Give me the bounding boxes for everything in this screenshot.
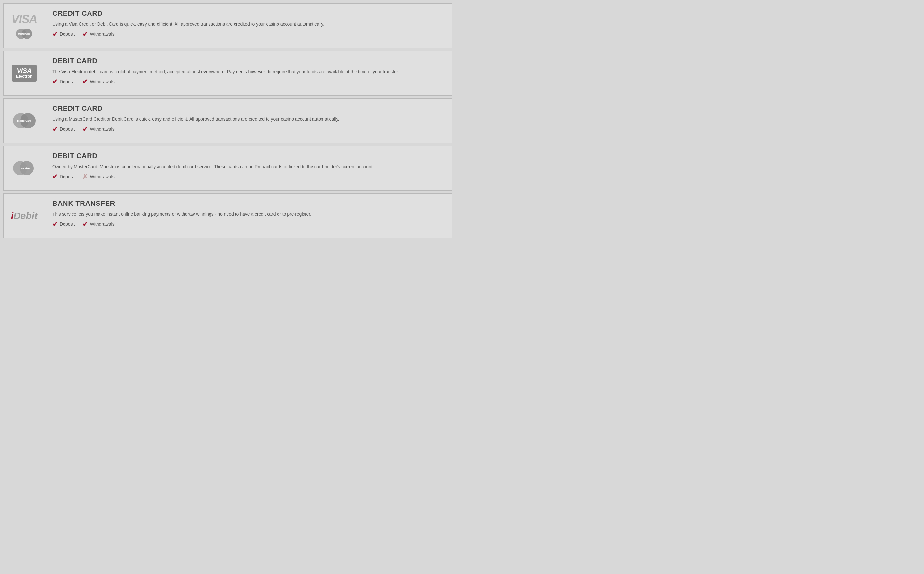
features: ✔ Deposit ✔ Withdrawals [52, 78, 445, 85]
card-description: The Visa Electron debit card is a global… [52, 68, 445, 75]
deposit-label: Deposit [60, 174, 75, 179]
mc-solo-label: MasterCard [13, 120, 36, 122]
withdrawal-label: Withdrawals [90, 32, 114, 36]
deposit-feature: ✔ Deposit [52, 221, 75, 227]
mastercard-circles: MasterCard [16, 28, 33, 39]
payment-item: maestro DEBIT CARD Owned by MasterCard, … [3, 146, 453, 191]
content-section: DEBIT CARD The Visa Electron debit card … [45, 51, 452, 95]
logo-section: VISA MasterCard [3, 3, 45, 48]
withdrawal-label: Withdrawals [90, 221, 114, 227]
visa-text: VISA [11, 13, 37, 26]
card-title: CREDIT CARD [52, 9, 445, 18]
withdrawal-check-icon: ✔ [82, 221, 88, 227]
withdrawal-feature: ✔ Withdrawals [82, 31, 114, 37]
card-title: BANK TRANSFER [52, 199, 445, 208]
visa-electron-logo: VISA Electron [12, 65, 36, 82]
withdrawal-check-icon: ✔ [82, 78, 88, 85]
deposit-label: Deposit [60, 221, 75, 227]
logo-section: MasterCard [3, 99, 45, 143]
deposit-label: Deposit [60, 126, 75, 132]
withdrawal-feature: ✗ Withdrawals [82, 173, 114, 180]
deposit-feature: ✔ Deposit [52, 126, 75, 132]
logo-section: maestro [3, 146, 45, 190]
logo-section: VISA Electron [3, 51, 45, 95]
card-description: Using a MasterCard Credit or Debit Card … [52, 116, 445, 123]
content-section: DEBIT CARD Owned by MasterCard, Maestro … [45, 146, 452, 190]
withdrawal-feature: ✔ Withdrawals [82, 126, 114, 132]
visa-electron-bottom: Electron [16, 74, 32, 79]
payment-item: iDebit BANK TRANSFER This service lets y… [3, 193, 453, 238]
deposit-feature: ✔ Deposit [52, 78, 75, 85]
deposit-feature: ✔ Deposit [52, 173, 75, 180]
content-section: BANK TRANSFER This service lets you make… [45, 194, 452, 238]
payment-item: MasterCard CREDIT CARD Using a MasterCar… [3, 98, 453, 143]
withdrawal-label: Withdrawals [90, 174, 114, 179]
deposit-label: Deposit [60, 32, 75, 36]
content-section: CREDIT CARD Using a Visa Credit or Debit… [45, 3, 452, 48]
deposit-check-icon: ✔ [52, 31, 58, 37]
payment-methods-list: VISA MasterCard CREDIT CARD Using a Visa… [3, 3, 453, 238]
withdrawal-label: Withdrawals [90, 126, 114, 132]
withdrawal-check-icon: ✔ [82, 31, 88, 37]
card-description: This service lets you make instant onlin… [52, 211, 445, 218]
payment-item: VISA Electron DEBIT CARD The Visa Electr… [3, 51, 453, 96]
logo-section: iDebit [3, 194, 45, 238]
withdrawal-feature: ✔ Withdrawals [82, 221, 114, 227]
deposit-check-icon: ✔ [52, 221, 58, 227]
card-title: DEBIT CARD [52, 152, 445, 160]
card-title: CREDIT CARD [52, 104, 445, 113]
deposit-check-icon: ✔ [52, 78, 58, 85]
card-description: Using a Visa Credit or Debit Card is qui… [52, 21, 445, 28]
deposit-check-icon: ✔ [52, 173, 58, 180]
mc-label: MasterCard [16, 33, 33, 35]
features: ✔ Deposit ✔ Withdrawals [52, 126, 445, 132]
maestro-label: maestro [13, 167, 36, 170]
features: ✔ Deposit ✗ Withdrawals [52, 173, 445, 180]
withdrawal-label: Withdrawals [90, 79, 114, 84]
payment-item: VISA MasterCard CREDIT CARD Using a Visa… [3, 3, 453, 48]
visa-electron-top: VISA [16, 68, 32, 74]
idebit-i: i [11, 210, 14, 221]
idebit-logo: iDebit [11, 210, 38, 221]
maestro-logo: maestro [13, 161, 36, 176]
visa-mastercard-logo: VISA MasterCard [11, 13, 37, 39]
card-title: DEBIT CARD [52, 57, 445, 65]
card-description: Owned by MasterCard, Maestro is an inter… [52, 163, 445, 170]
withdrawal-feature: ✔ Withdrawals [82, 78, 114, 85]
features: ✔ Deposit ✔ Withdrawals [52, 221, 445, 227]
withdrawal-check-icon: ✔ [82, 126, 88, 132]
deposit-feature: ✔ Deposit [52, 31, 75, 37]
features: ✔ Deposit ✔ Withdrawals [52, 31, 445, 37]
withdrawal-cross-icon: ✗ [82, 173, 88, 180]
deposit-label: Deposit [60, 79, 75, 84]
mastercard-logo: MasterCard [13, 113, 36, 128]
deposit-check-icon: ✔ [52, 126, 58, 132]
content-section: CREDIT CARD Using a MasterCard Credit or… [45, 99, 452, 143]
